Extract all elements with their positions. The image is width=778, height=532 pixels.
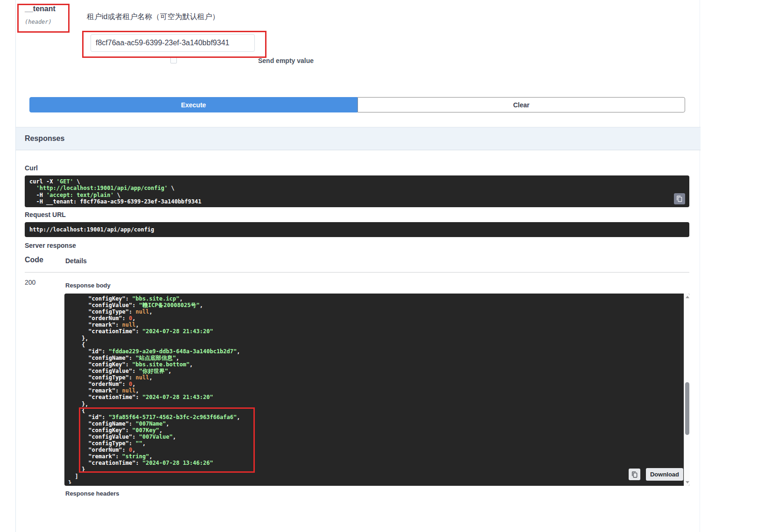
scrollbar-up-icon[interactable]: [686, 296, 689, 298]
code-line: -H __tenant: f8cf76aa-ac59-6399-23ef-3a1…: [29, 198, 671, 205]
response-body-json: "configKey": "bbs.site.icp", "configValu…: [68, 295, 682, 484]
send-empty-label[interactable]: Send empty value: [258, 57, 314, 64]
table-header-divider: [25, 272, 689, 273]
code-line: -H 'accept: text/plain' \: [29, 192, 671, 198]
responses-title: Responses: [25, 134, 64, 143]
code-line: {: [68, 407, 682, 414]
tenant-input[interactable]: [91, 34, 255, 52]
response-body-label: Response body: [65, 282, 111, 289]
code-line: "configType": "",: [68, 440, 682, 447]
code-line: },: [68, 335, 682, 342]
code-line: "remark": null,: [68, 387, 682, 394]
copy-icon: [631, 471, 638, 478]
code-line: "configValue": "007Value",: [68, 434, 682, 440]
code-line: "configName": "007Name",: [68, 420, 682, 427]
parameter-name: __tenant: [25, 5, 56, 13]
response-body-scrollbar[interactable]: [684, 294, 690, 486]
scrollbar-thumb[interactable]: [685, 382, 689, 435]
responses-section-header: Responses: [16, 127, 701, 150]
code-line: }: [68, 466, 682, 473]
code-line: "configValue": "你好世界",: [68, 368, 682, 374]
code-line: "creationTime": "2024-07-28 13:46:26": [68, 460, 682, 466]
code-line: "creationTime": "2024-07-28 21:43:20": [68, 394, 682, 400]
curl-label: Curl: [25, 164, 38, 172]
code-line: "creationTime": "2024-07-28 21:43:20": [68, 328, 682, 335]
code-line: ]: [68, 473, 682, 480]
code-line: "configKey": "bbs.site.bottom",: [68, 361, 682, 368]
download-button[interactable]: Download: [646, 468, 683, 481]
request-url-block: http://localhost:19001/api/app/config: [25, 222, 689, 237]
code-line: "configKey": "bbs.site.icp",: [68, 295, 682, 302]
execute-button[interactable]: Execute: [29, 97, 357, 112]
code-line: "id": "3fa85f64-5717-4562-b3fc-2c963f66a…: [68, 414, 682, 420]
copy-response-button[interactable]: [629, 469, 640, 480]
parameter-description: 租户id或者租户名称（可空为默认租户）: [87, 12, 219, 22]
scrollbar-down-icon[interactable]: [686, 481, 689, 483]
code-line: {: [68, 342, 682, 348]
code-line: "orderNum": 0,: [68, 315, 682, 322]
request-url-value: http://localhost:19001/api/app/config: [29, 226, 154, 233]
code-line: 'http://localhost:19001/api/app/config' …: [29, 185, 671, 191]
clear-button[interactable]: Clear: [357, 97, 685, 112]
code-line: "configType": null,: [68, 374, 682, 381]
code-line: "configName": "站点底部信息",: [68, 355, 682, 361]
response-body-block: "configKey": "bbs.site.icp", "configValu…: [64, 294, 690, 486]
operation-block: __tenant (header) 租户id或者租户名称（可空为默认租户） Se…: [15, 0, 700, 532]
code-line: "remark": "string",: [68, 453, 682, 460]
copy-icon: [676, 196, 683, 202]
code-line: "id": "fddae229-a2e9-ddb3-648a-3a140bc1b…: [68, 348, 682, 355]
code-line: "remark": null,: [68, 322, 682, 328]
parameter-location: (header): [25, 19, 52, 25]
curl-command: curl -X 'GET' \ 'http://localhost:19001/…: [29, 178, 671, 205]
code-column-header: Code: [25, 256, 43, 264]
status-code: 200: [25, 279, 35, 286]
code-line: }: [68, 480, 682, 484]
code-line: "orderNum": 0,: [68, 447, 682, 453]
copy-curl-button[interactable]: [674, 193, 685, 204]
code-line: "orderNum": 0,: [68, 381, 682, 387]
curl-block: curl -X 'GET' \ 'http://localhost:19001/…: [25, 175, 689, 207]
code-line: "configValue": "赣ICP备20008025号",: [68, 302, 682, 308]
code-line: curl -X 'GET' \: [29, 178, 671, 185]
code-line: },: [68, 401, 682, 407]
request-url-label: Request URL: [25, 211, 66, 218]
swagger-ui-page: __tenant (header) 租户id或者租户名称（可空为默认租户） Se…: [0, 0, 778, 532]
send-empty-checkbox[interactable]: [170, 57, 177, 63]
code-line: "configType": null,: [68, 308, 682, 315]
server-response-label: Server response: [25, 242, 76, 249]
response-headers-label: Response headers: [65, 490, 119, 497]
code-line: "configKey": "007Key",: [68, 427, 682, 434]
details-column-header: Details: [65, 257, 87, 265]
